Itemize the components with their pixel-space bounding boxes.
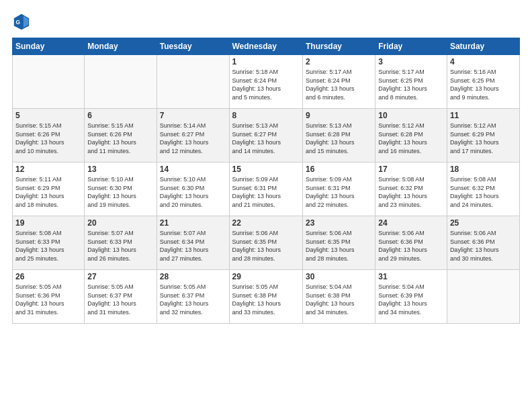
- day-number: 21: [160, 218, 226, 228]
- calendar-week-row: 12Sunrise: 5:11 AM Sunset: 6:29 PM Dayli…: [13, 163, 520, 216]
- day-number: 26: [15, 272, 81, 281]
- day-number: 10: [378, 111, 444, 120]
- svg-text:G: G: [16, 19, 21, 26]
- weekday-header: Sunday: [13, 38, 85, 55]
- day-detail: Sunrise: 5:05 AM Sunset: 6:37 PM Dayligh…: [160, 283, 226, 316]
- day-detail: Sunrise: 5:08 AM Sunset: 6:33 PM Dayligh…: [15, 229, 81, 263]
- calendar-day-cell: 19Sunrise: 5:08 AM Sunset: 6:33 PM Dayli…: [13, 216, 85, 270]
- day-number: 23: [306, 218, 372, 228]
- calendar-day-cell: [85, 55, 157, 109]
- day-number: 16: [306, 165, 372, 174]
- day-number: 2: [306, 57, 372, 66]
- calendar-week-row: 5Sunrise: 5:15 AM Sunset: 6:26 PM Daylig…: [13, 109, 520, 163]
- calendar-day-cell: [157, 55, 229, 109]
- day-number: 11: [450, 111, 517, 120]
- day-detail: Sunrise: 5:15 AM Sunset: 6:26 PM Dayligh…: [87, 122, 153, 155]
- day-number: 7: [160, 111, 226, 120]
- day-detail: Sunrise: 5:16 AM Sunset: 6:25 PM Dayligh…: [450, 68, 517, 101]
- calendar-day-cell: 11Sunrise: 5:12 AM Sunset: 6:29 PM Dayli…: [447, 109, 519, 163]
- calendar-day-cell: 28Sunrise: 5:05 AM Sunset: 6:37 PM Dayli…: [157, 270, 229, 324]
- weekday-header: Friday: [375, 38, 447, 55]
- day-number: 30: [306, 272, 372, 281]
- day-detail: Sunrise: 5:08 AM Sunset: 6:32 PM Dayligh…: [378, 175, 444, 209]
- calendar-day-cell: 26Sunrise: 5:05 AM Sunset: 6:36 PM Dayli…: [13, 270, 85, 324]
- page: G SundayMondayTuesdayWednesdayThursdayFr…: [0, 0, 532, 411]
- calendar-day-cell: 12Sunrise: 5:11 AM Sunset: 6:29 PM Dayli…: [13, 163, 85, 216]
- calendar-day-cell: 24Sunrise: 5:06 AM Sunset: 6:36 PM Dayli…: [375, 216, 447, 270]
- day-detail: Sunrise: 5:12 AM Sunset: 6:29 PM Dayligh…: [450, 122, 517, 155]
- day-number: 31: [378, 272, 444, 281]
- calendar-day-cell: 29Sunrise: 5:05 AM Sunset: 6:38 PM Dayli…: [229, 270, 302, 324]
- calendar-day-cell: 1Sunrise: 5:18 AM Sunset: 6:24 PM Daylig…: [229, 55, 302, 109]
- calendar-day-cell: 7Sunrise: 5:14 AM Sunset: 6:27 PM Daylig…: [157, 109, 229, 163]
- calendar-day-cell: 20Sunrise: 5:07 AM Sunset: 6:33 PM Dayli…: [85, 216, 157, 270]
- calendar-week-row: 1Sunrise: 5:18 AM Sunset: 6:24 PM Daylig…: [13, 55, 520, 109]
- day-number: 14: [160, 165, 226, 174]
- day-number: 25: [450, 218, 517, 228]
- day-number: 17: [378, 165, 444, 174]
- day-detail: Sunrise: 5:10 AM Sunset: 6:30 PM Dayligh…: [87, 175, 153, 209]
- calendar-day-cell: 25Sunrise: 5:06 AM Sunset: 6:36 PM Dayli…: [447, 216, 519, 270]
- calendar-day-cell: 4Sunrise: 5:16 AM Sunset: 6:25 PM Daylig…: [447, 55, 519, 109]
- weekday-header-row: SundayMondayTuesdayWednesdayThursdayFrid…: [13, 38, 520, 55]
- day-detail: Sunrise: 5:06 AM Sunset: 6:35 PM Dayligh…: [232, 229, 300, 263]
- day-number: 13: [87, 165, 153, 174]
- day-number: 27: [87, 272, 153, 281]
- day-detail: Sunrise: 5:17 AM Sunset: 6:25 PM Dayligh…: [378, 68, 444, 101]
- calendar-day-cell: 18Sunrise: 5:08 AM Sunset: 6:32 PM Dayli…: [447, 163, 519, 216]
- day-detail: Sunrise: 5:11 AM Sunset: 6:29 PM Dayligh…: [15, 175, 81, 209]
- day-detail: Sunrise: 5:15 AM Sunset: 6:26 PM Dayligh…: [15, 122, 81, 155]
- day-number: 19: [15, 218, 81, 228]
- calendar-day-cell: 27Sunrise: 5:05 AM Sunset: 6:37 PM Dayli…: [85, 270, 157, 324]
- day-number: 5: [15, 111, 81, 120]
- day-detail: Sunrise: 5:14 AM Sunset: 6:27 PM Dayligh…: [160, 122, 226, 155]
- calendar-week-row: 26Sunrise: 5:05 AM Sunset: 6:36 PM Dayli…: [13, 270, 520, 324]
- calendar-day-cell: [447, 270, 519, 324]
- day-detail: Sunrise: 5:05 AM Sunset: 6:36 PM Dayligh…: [15, 283, 81, 316]
- day-detail: Sunrise: 5:07 AM Sunset: 6:34 PM Dayligh…: [160, 229, 226, 263]
- calendar-day-cell: 16Sunrise: 5:09 AM Sunset: 6:31 PM Dayli…: [302, 163, 375, 216]
- day-number: 4: [450, 57, 517, 66]
- logo: G: [12, 12, 34, 31]
- day-detail: Sunrise: 5:13 AM Sunset: 6:28 PM Dayligh…: [306, 122, 372, 155]
- day-detail: Sunrise: 5:06 AM Sunset: 6:36 PM Dayligh…: [378, 229, 444, 263]
- day-detail: Sunrise: 5:17 AM Sunset: 6:24 PM Dayligh…: [306, 68, 372, 101]
- day-number: 12: [15, 165, 81, 174]
- calendar-day-cell: 14Sunrise: 5:10 AM Sunset: 6:30 PM Dayli…: [157, 163, 229, 216]
- day-detail: Sunrise: 5:06 AM Sunset: 6:35 PM Dayligh…: [306, 229, 372, 263]
- day-detail: Sunrise: 5:18 AM Sunset: 6:24 PM Dayligh…: [232, 68, 300, 101]
- calendar-day-cell: 22Sunrise: 5:06 AM Sunset: 6:35 PM Dayli…: [229, 216, 302, 270]
- day-detail: Sunrise: 5:13 AM Sunset: 6:27 PM Dayligh…: [232, 122, 300, 155]
- calendar-day-cell: 6Sunrise: 5:15 AM Sunset: 6:26 PM Daylig…: [85, 109, 157, 163]
- day-detail: Sunrise: 5:04 AM Sunset: 6:38 PM Dayligh…: [306, 283, 372, 316]
- day-detail: Sunrise: 5:05 AM Sunset: 6:37 PM Dayligh…: [87, 283, 153, 316]
- calendar-day-cell: 31Sunrise: 5:04 AM Sunset: 6:39 PM Dayli…: [375, 270, 447, 324]
- day-number: 8: [232, 111, 300, 120]
- calendar-day-cell: 21Sunrise: 5:07 AM Sunset: 6:34 PM Dayli…: [157, 216, 229, 270]
- calendar-day-cell: 15Sunrise: 5:09 AM Sunset: 6:31 PM Dayli…: [229, 163, 302, 216]
- day-detail: Sunrise: 5:12 AM Sunset: 6:28 PM Dayligh…: [378, 122, 444, 155]
- weekday-header: Wednesday: [229, 38, 302, 55]
- calendar-table: SundayMondayTuesdayWednesdayThursdayFrid…: [12, 38, 520, 324]
- day-detail: Sunrise: 5:10 AM Sunset: 6:30 PM Dayligh…: [160, 175, 226, 209]
- calendar-day-cell: 3Sunrise: 5:17 AM Sunset: 6:25 PM Daylig…: [375, 55, 447, 109]
- weekday-header: Monday: [85, 38, 157, 55]
- calendar-day-cell: 17Sunrise: 5:08 AM Sunset: 6:32 PM Dayli…: [375, 163, 447, 216]
- day-detail: Sunrise: 5:09 AM Sunset: 6:31 PM Dayligh…: [232, 175, 300, 209]
- calendar-day-cell: 13Sunrise: 5:10 AM Sunset: 6:30 PM Dayli…: [85, 163, 157, 216]
- calendar-day-cell: 8Sunrise: 5:13 AM Sunset: 6:27 PM Daylig…: [229, 109, 302, 163]
- weekday-header: Thursday: [302, 38, 375, 55]
- day-number: 6: [87, 111, 153, 120]
- day-detail: Sunrise: 5:06 AM Sunset: 6:36 PM Dayligh…: [450, 229, 517, 263]
- day-number: 22: [232, 218, 300, 228]
- day-detail: Sunrise: 5:04 AM Sunset: 6:39 PM Dayligh…: [378, 283, 444, 316]
- calendar-day-cell: 9Sunrise: 5:13 AM Sunset: 6:28 PM Daylig…: [302, 109, 375, 163]
- day-number: 20: [87, 218, 153, 228]
- day-detail: Sunrise: 5:09 AM Sunset: 6:31 PM Dayligh…: [306, 175, 372, 209]
- calendar-day-cell: 5Sunrise: 5:15 AM Sunset: 6:26 PM Daylig…: [13, 109, 85, 163]
- header: G: [12, 12, 520, 31]
- day-number: 9: [306, 111, 372, 120]
- calendar-week-row: 19Sunrise: 5:08 AM Sunset: 6:33 PM Dayli…: [13, 216, 520, 270]
- day-number: 18: [450, 165, 517, 174]
- calendar-day-cell: 30Sunrise: 5:04 AM Sunset: 6:38 PM Dayli…: [302, 270, 375, 324]
